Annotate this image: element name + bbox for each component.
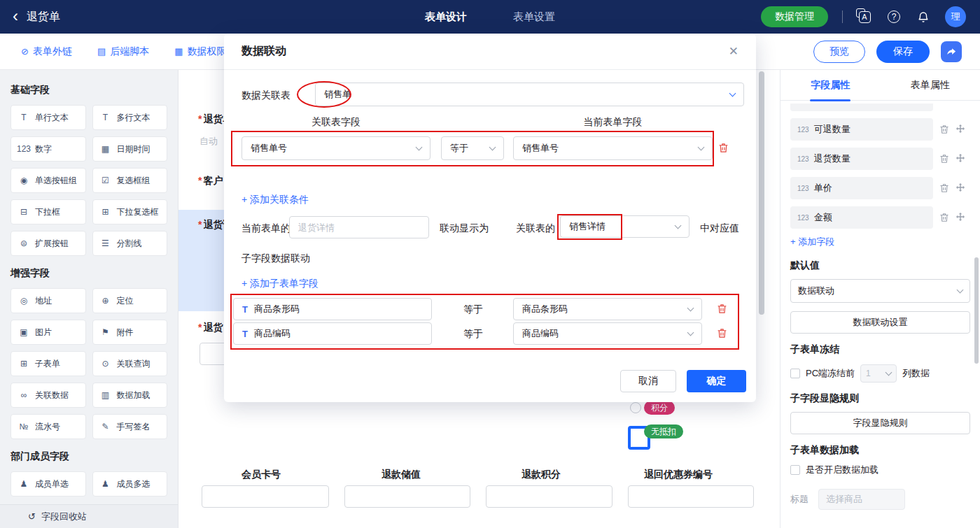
member-multi-icon: ♟ [98, 479, 113, 489]
refund-points-input[interactable] [486, 485, 612, 508]
toolbar-item-data-permission[interactable]: ▦ 数据权限 [174, 45, 226, 58]
permission-icon: ▦ [174, 46, 183, 57]
confirm-button[interactable]: 确定 [687, 370, 746, 392]
palette-item-multi-line-text[interactable]: T多行文本 [92, 105, 168, 130]
delete-subfield-icon[interactable] [717, 328, 727, 338]
condition-field-select[interactable]: 销售单号 [241, 136, 430, 160]
palette-item-location[interactable]: ⊕定位 [92, 288, 168, 313]
pc-freeze-checkbox[interactable] [790, 369, 800, 378]
chevron-down-icon [416, 143, 423, 150]
checkbox-icon: ☑ [98, 176, 113, 185]
toolbar-item-backend-script[interactable]: ▤ 后端脚本 [97, 45, 149, 58]
field-item-return-qty[interactable]: 123退货数量 [790, 148, 933, 170]
data-manage-button[interactable]: 数据管理 [761, 6, 828, 27]
palette-item-address[interactable]: ◎地址 [10, 288, 86, 313]
relation-table-select[interactable]: 销售单 [315, 83, 744, 106]
related-value-text: 销售详情 [569, 220, 606, 233]
tab-form-settings[interactable]: 表单设置 [513, 10, 555, 24]
display-field-input[interactable] [289, 216, 429, 238]
toolbar-item-external-link[interactable]: ⊘ 表单外链 [21, 45, 72, 58]
move-field-icon[interactable] [955, 183, 965, 193]
delete-field-icon[interactable] [939, 154, 949, 164]
palette-item-subform[interactable]: ⊞子表单 [10, 351, 86, 376]
palette-item-checkbox-group[interactable]: ☑复选框组 [92, 168, 168, 193]
palette-item-divider[interactable]: ☰分割线 [92, 231, 168, 256]
add-condition-link[interactable]: + 添加关联条件 [241, 194, 309, 206]
field-label-coupon-no: 退回优惠券编号 [644, 469, 713, 481]
subfield-linkage-title: 子字段数据联动 [241, 252, 310, 265]
field-item-amount[interactable]: 123金额 [790, 206, 933, 229]
delete-field-icon[interactable] [939, 213, 949, 222]
palette-item-dropdown-multi[interactable]: ⊞下拉复选框 [92, 199, 168, 224]
close-icon[interactable]: ✕ [729, 44, 738, 59]
add-subfield-link[interactable]: + 添加子表单字段 [241, 278, 318, 290]
field-recycle-bin[interactable]: ↺ 字段回收站 [0, 504, 178, 528]
field-row: 123金额 [790, 206, 970, 229]
subfield-target-select-barcode[interactable]: 商品条形码 [513, 298, 702, 320]
field-item-unit-price[interactable]: 123单价 [790, 177, 933, 199]
chevron-down-icon [675, 222, 682, 229]
member-card-input[interactable] [202, 485, 329, 508]
enable-data-load-checkbox[interactable] [790, 465, 800, 475]
palette-item-single-line-text[interactable]: T单行文本 [10, 105, 86, 130]
bell-icon[interactable] [916, 9, 931, 24]
number-type-icon: 123 [797, 185, 809, 192]
palette-item-datetime[interactable]: ▦日期时间 [92, 136, 168, 162]
share-button[interactable] [941, 41, 962, 62]
field-item-returnable-qty[interactable]: 123可退数量 [790, 118, 933, 141]
palette-item-member-multi[interactable]: ♟成员多选 [92, 471, 168, 497]
coupon-no-input[interactable] [628, 485, 754, 508]
subfield-field-input-barcode[interactable]: T 商品条形码 [233, 298, 432, 320]
back-icon[interactable]: ‹ [13, 8, 18, 24]
condition-target-select[interactable]: 销售单号 [513, 136, 713, 160]
palette-item-dropdown[interactable]: ⊟下拉框 [10, 199, 86, 224]
radio-points[interactable] [630, 402, 641, 413]
data-linkage-settings-button[interactable]: 数据联动设置 [790, 311, 970, 334]
palette-item-image[interactable]: ▣图片 [10, 320, 86, 345]
move-field-icon[interactable] [955, 213, 965, 222]
preview-button[interactable]: 预览 [813, 41, 865, 63]
palette-item-attachment[interactable]: ⚑附件 [92, 320, 168, 345]
tab-form-properties[interactable]: 表单属性 [881, 70, 980, 100]
palette-item-radio-group[interactable]: ◉单选按钮组 [10, 168, 86, 193]
tab-form-design[interactable]: 表单设计 [425, 10, 467, 24]
refund-stored-input[interactable] [344, 485, 470, 508]
language-icon[interactable]: A [857, 9, 872, 24]
delete-subfield-icon[interactable] [717, 304, 727, 314]
field-value-auto: 自动 [200, 135, 218, 148]
palette-item-label: 手写签名 [117, 421, 150, 433]
subfield-field-input-code[interactable]: T 商品编码 [233, 322, 432, 345]
palette-item-serial-number[interactable]: №流水号 [10, 414, 86, 439]
palette-item-number[interactable]: 123数字 [10, 136, 86, 162]
palette-item-related-data[interactable]: ∞关联数据 [10, 383, 86, 408]
avatar[interactable]: 理 [945, 6, 966, 27]
palette-item-member-single[interactable]: ♟成员单选 [10, 471, 86, 497]
enable-data-load-label: 是否开启数据加载 [806, 464, 878, 476]
subfield-target-select-code[interactable]: 商品编码 [513, 322, 702, 345]
tab-field-properties[interactable]: 字段属性 [780, 70, 881, 100]
add-field-link[interactable]: + 添加字段 [790, 236, 970, 248]
field-visibility-rules-button[interactable]: 字段显隐规则 [790, 412, 970, 434]
page-scrollbar[interactable] [974, 257, 979, 364]
move-field-icon[interactable] [955, 124, 965, 134]
palette-item-data-load[interactable]: ▥数据加载 [92, 383, 168, 408]
palette-item-label: 图片 [35, 327, 52, 338]
dropdown-multi-icon: ⊞ [98, 207, 113, 217]
subform-icon: ⊞ [16, 359, 31, 369]
palette-item-related-query[interactable]: ⊙关联查询 [92, 351, 168, 376]
delete-field-icon[interactable] [939, 183, 949, 193]
move-field-icon[interactable] [955, 154, 965, 164]
text-type-icon: T [242, 329, 248, 339]
palette-item-extend-button[interactable]: ⊜扩展按钮 [10, 231, 86, 256]
condition-operator-select[interactable]: 等于 [441, 136, 504, 160]
help-icon[interactable]: ? [886, 9, 902, 24]
delete-condition-icon[interactable] [718, 143, 729, 153]
canvas-scrollbar[interactable] [759, 71, 764, 315]
delete-field-icon[interactable] [939, 124, 949, 134]
save-button[interactable]: 保存 [876, 41, 930, 63]
related-value-select[interactable]: 销售详情 [560, 215, 690, 238]
palette-item-signature[interactable]: ✎手写签名 [92, 414, 168, 439]
default-value-select[interactable]: 数据联动 [790, 279, 970, 303]
cancel-button[interactable]: 取消 [620, 370, 676, 392]
toolbar-item-label: 数据权限 [188, 45, 227, 58]
